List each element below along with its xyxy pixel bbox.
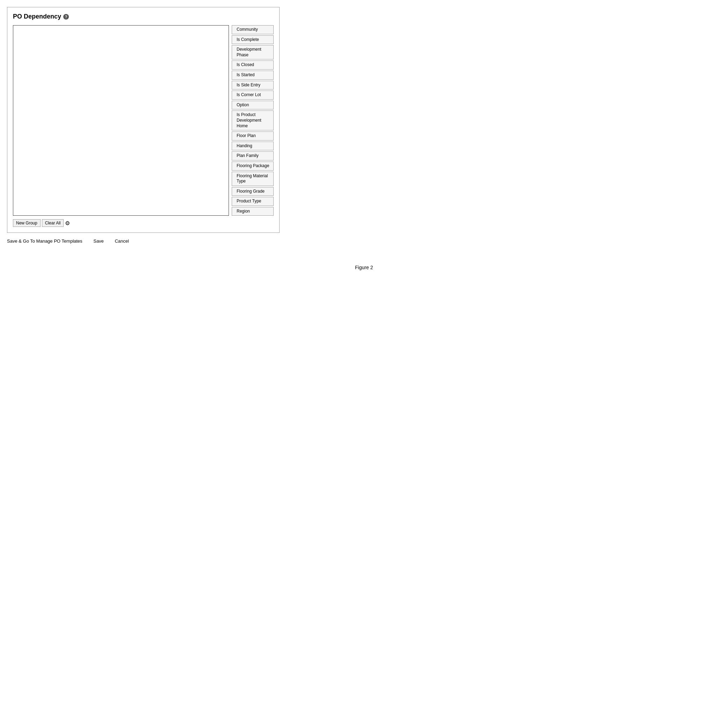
action-links: Save & Go To Manage PO Templates Save Ca…	[7, 238, 721, 244]
new-group-button[interactable]: New Group	[13, 219, 41, 227]
sidebar-item[interactable]: Flooring Package	[232, 162, 274, 171]
sidebar-item[interactable]: Is Complete	[232, 35, 274, 44]
page-title: PO Dependency ?	[13, 13, 274, 20]
page-title-text: PO Dependency	[13, 13, 61, 20]
sidebar-item[interactable]: Flooring Material Type	[232, 171, 274, 186]
sidebar-item[interactable]: Floor Plan	[232, 132, 274, 141]
help-icon[interactable]: ?	[63, 14, 69, 20]
dependency-drop-zone[interactable]	[13, 25, 229, 216]
settings-icon[interactable]: ⚙	[65, 220, 70, 226]
po-dependency-panel: PO Dependency ? CommunityIs CompleteDeve…	[7, 7, 280, 233]
sidebar-item[interactable]: Handing	[232, 142, 274, 151]
save-link[interactable]: Save	[93, 238, 108, 244]
sidebar-item[interactable]: Is Corner Lot	[232, 91, 274, 100]
sidebar-items-list: CommunityIs CompleteDevelopment PhaseIs …	[232, 25, 274, 216]
clear-all-button[interactable]: Clear All	[42, 219, 64, 227]
sidebar-item[interactable]: Option	[232, 101, 274, 110]
sidebar-item[interactable]: Flooring Grade	[232, 187, 274, 196]
sidebar-item[interactable]: Is Side Entry	[232, 81, 274, 90]
sidebar-item[interactable]: Plan Family	[232, 152, 274, 161]
sidebar-item[interactable]: Product Type	[232, 197, 274, 206]
figure-caption: Figure 2	[7, 265, 721, 270]
sidebar-item[interactable]: Development Phase	[232, 45, 274, 59]
content-area: CommunityIs CompleteDevelopment PhaseIs …	[13, 25, 274, 216]
sidebar-item[interactable]: Is Closed	[232, 61, 274, 70]
cancel-link[interactable]: Cancel	[115, 238, 129, 244]
sidebar-item[interactable]: Community	[232, 25, 274, 34]
sidebar-item[interactable]: Is Product Development Home	[232, 111, 274, 130]
save-go-link[interactable]: Save & Go To Manage PO Templates	[7, 238, 87, 244]
sidebar-item[interactable]: Region	[232, 207, 274, 216]
sidebar-item[interactable]: Is Started	[232, 71, 274, 80]
toolbar: New Group Clear All ⚙	[13, 219, 274, 227]
